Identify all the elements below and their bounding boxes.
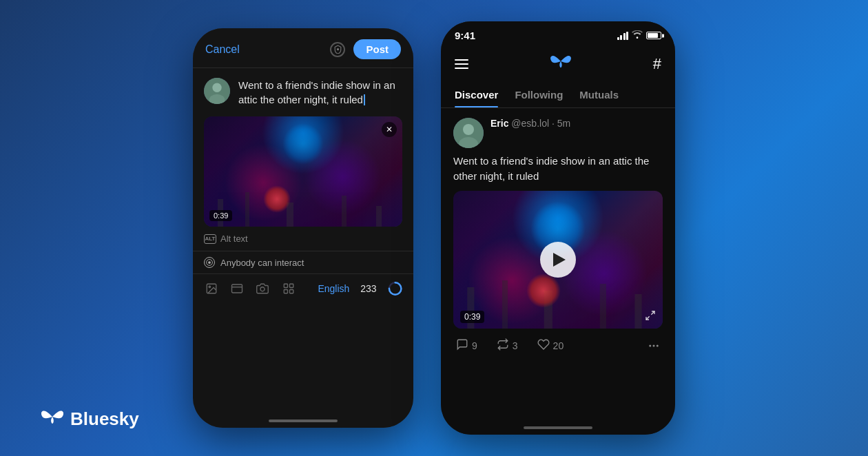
alt-text-row[interactable]: ALT Alt text bbox=[193, 227, 413, 251]
concert-image-left bbox=[204, 116, 402, 227]
svg-point-10 bbox=[208, 261, 211, 264]
compose-screen: Cancel Post bbox=[193, 28, 413, 428]
repost-count: 3 bbox=[513, 340, 518, 351]
tab-discover[interactable]: Discover bbox=[455, 83, 498, 107]
svg-point-0 bbox=[337, 48, 338, 50]
svg-point-33 bbox=[653, 345, 655, 347]
play-button[interactable] bbox=[540, 242, 576, 278]
signal-icon bbox=[617, 32, 629, 40]
bluesky-logo-nav[interactable] bbox=[550, 52, 571, 75]
video-duration-right: 0:39 bbox=[460, 311, 484, 323]
header-icons: Post bbox=[330, 39, 401, 59]
svg-rect-17 bbox=[289, 284, 293, 287]
svg-rect-16 bbox=[284, 284, 287, 287]
svg-point-12 bbox=[209, 286, 210, 287]
post-card: Eric @esb.lol · 5m Went to a friend's in… bbox=[441, 108, 675, 364]
progress-circle bbox=[388, 281, 402, 296]
close-image-button[interactable]: ✕ bbox=[382, 122, 397, 137]
svg-line-31 bbox=[646, 316, 650, 320]
camera-icon[interactable] bbox=[256, 281, 270, 296]
gif-icon[interactable] bbox=[229, 281, 244, 296]
shield-icon[interactable] bbox=[330, 42, 345, 57]
signal-bar-4 bbox=[626, 32, 628, 40]
compose-text-field[interactable]: Went to a friend's indie show in an atti… bbox=[238, 78, 402, 107]
compose-toolbar: English 233 bbox=[193, 274, 413, 303]
hashtag-button[interactable]: # bbox=[653, 55, 661, 73]
svg-rect-5 bbox=[245, 192, 249, 227]
image-preview: ✕ 0:39 bbox=[204, 116, 402, 227]
svg-point-23 bbox=[463, 124, 474, 135]
svg-point-2 bbox=[212, 83, 221, 92]
compose-phone: Cancel Post bbox=[193, 28, 413, 428]
compose-area: Went to a friend's indie show in an atti… bbox=[193, 68, 413, 116]
author-line: Eric @esb.lol · 5m bbox=[490, 118, 663, 129]
tab-mutuals[interactable]: Mutuals bbox=[579, 83, 619, 107]
status-icons bbox=[617, 30, 662, 41]
svg-point-32 bbox=[649, 345, 651, 347]
signal-bar-2 bbox=[620, 35, 622, 40]
feed-tabs: Discover Following Mutuals bbox=[441, 83, 675, 108]
svg-line-30 bbox=[651, 311, 654, 315]
more-icon[interactable] bbox=[281, 281, 296, 296]
repost-action[interactable]: 3 bbox=[497, 338, 518, 354]
battery-icon bbox=[646, 32, 661, 39]
comment-action[interactable]: 9 bbox=[456, 338, 477, 354]
author-handle[interactable]: @esb.lol bbox=[511, 118, 549, 129]
author-name[interactable]: Eric bbox=[490, 118, 508, 129]
signal-bar-1 bbox=[617, 37, 619, 40]
wifi-icon bbox=[632, 30, 643, 41]
svg-rect-27 bbox=[544, 291, 552, 329]
more-action[interactable] bbox=[648, 340, 660, 352]
svg-rect-29 bbox=[634, 294, 641, 329]
menu-button[interactable] bbox=[455, 59, 468, 69]
feed-phone: 9:41 bbox=[441, 21, 675, 435]
signal-bar-3 bbox=[623, 33, 626, 40]
expand-icon[interactable] bbox=[645, 310, 656, 323]
phones-container: Cancel Post bbox=[193, 21, 675, 435]
post-media[interactable]: 0:39 bbox=[453, 191, 663, 329]
compose-header: Cancel Post bbox=[193, 28, 413, 68]
heart-icon bbox=[537, 338, 550, 354]
svg-point-34 bbox=[657, 345, 659, 347]
svg-point-15 bbox=[260, 287, 265, 291]
like-action[interactable]: 20 bbox=[537, 338, 564, 354]
home-indicator-right bbox=[524, 426, 592, 429]
alt-icon: ALT bbox=[204, 234, 216, 244]
brand-butterfly-icon bbox=[41, 407, 63, 431]
svg-rect-6 bbox=[287, 203, 293, 227]
image-icon[interactable] bbox=[204, 281, 218, 296]
svg-rect-7 bbox=[342, 196, 347, 227]
cancel-button[interactable]: Cancel bbox=[205, 43, 240, 56]
post-author-avatar[interactable] bbox=[453, 118, 484, 148]
svg-rect-19 bbox=[289, 290, 293, 293]
post-header: Eric @esb.lol · 5m bbox=[453, 118, 663, 148]
nav-bar: # bbox=[441, 47, 675, 83]
svg-rect-28 bbox=[600, 284, 606, 329]
interact-icon bbox=[204, 257, 215, 268]
time-display: 9:41 bbox=[455, 30, 475, 41]
hamburger-line-2 bbox=[455, 63, 468, 65]
svg-rect-8 bbox=[376, 206, 382, 227]
svg-rect-13 bbox=[232, 284, 242, 293]
svg-rect-26 bbox=[502, 280, 508, 329]
post-actions: 9 3 bbox=[453, 331, 663, 357]
tab-following[interactable]: Following bbox=[515, 83, 563, 107]
post-button[interactable]: Post bbox=[353, 39, 401, 59]
feed-screen: 9:41 bbox=[441, 21, 675, 435]
post-meta: Eric @esb.lol · 5m bbox=[490, 118, 663, 132]
repost-icon bbox=[497, 338, 509, 354]
svg-rect-18 bbox=[284, 290, 287, 293]
char-count: 233 bbox=[360, 283, 376, 294]
comment-icon bbox=[456, 338, 468, 354]
post-body: Went to a friend's indie show in an atti… bbox=[453, 154, 663, 184]
comment-count: 9 bbox=[472, 340, 477, 351]
battery-fill bbox=[648, 33, 658, 38]
post-time: · 5m bbox=[552, 118, 570, 129]
text-cursor bbox=[364, 94, 365, 105]
home-indicator-left bbox=[269, 419, 338, 422]
brand-name: Bluesky bbox=[70, 408, 139, 430]
language-label[interactable]: English bbox=[318, 283, 349, 294]
interaction-settings[interactable]: Anybody can interact bbox=[193, 251, 413, 274]
hamburger-line-1 bbox=[455, 59, 468, 61]
play-icon bbox=[553, 253, 566, 267]
